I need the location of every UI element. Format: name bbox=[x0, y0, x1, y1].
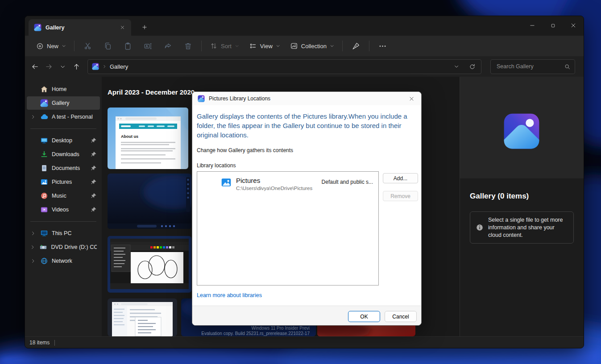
date-group-heading: April 2023 - December 2020 bbox=[108, 88, 195, 96]
pin-icon bbox=[91, 137, 97, 144]
library-locations-list[interactable]: Pictures C:\Users\divya\OneDrive\Picture… bbox=[197, 171, 379, 285]
expand-chevron[interactable] bbox=[29, 244, 36, 251]
minimize-icon bbox=[529, 22, 535, 29]
music-icon bbox=[40, 192, 48, 200]
home-icon bbox=[40, 85, 48, 93]
gallery-app-icon bbox=[92, 63, 99, 70]
sidebar-item-label: A test - Personal bbox=[52, 114, 93, 120]
photo-thumbnail-dark-desktop[interactable] bbox=[108, 174, 191, 229]
forward-arrow-icon bbox=[45, 63, 53, 70]
sidebar-item-onedrive[interactable]: A test - Personal bbox=[27, 110, 100, 124]
chevron-down-icon bbox=[276, 44, 280, 48]
sidebar-item-videos[interactable]: Videos bbox=[27, 203, 100, 216]
up-button[interactable] bbox=[70, 59, 83, 74]
sidebar-item-this-pc[interactable]: This PC bbox=[27, 227, 100, 240]
expand-chevron[interactable] bbox=[29, 257, 37, 265]
address-dropdown-button[interactable] bbox=[450, 60, 463, 73]
library-location-item-pictures[interactable]: Pictures C:\Users\divya\OneDrive\Picture… bbox=[197, 172, 378, 191]
expand-chevron[interactable] bbox=[29, 113, 37, 120]
library-locations-label: Library locations bbox=[197, 162, 236, 169]
thumbnail-caption: About us bbox=[121, 134, 138, 139]
sidebar-item-pictures[interactable]: Pictures bbox=[27, 175, 100, 189]
paste-button[interactable] bbox=[118, 39, 138, 54]
collection-button[interactable]: Collection bbox=[285, 39, 339, 53]
gallery-icon bbox=[40, 99, 48, 107]
recent-locations-button[interactable] bbox=[56, 59, 70, 74]
sidebar-separator bbox=[30, 221, 96, 222]
sidebar-item-label: Music bbox=[52, 193, 66, 199]
chevron-spacer bbox=[29, 151, 37, 158]
sidebar-item-gallery[interactable]: Gallery bbox=[27, 96, 100, 110]
cut-button[interactable] bbox=[78, 39, 98, 54]
search-box[interactable] bbox=[490, 59, 575, 74]
sidebar-item-label: Gallery bbox=[52, 100, 70, 106]
dialog-title: Pictures Library Locations bbox=[209, 95, 270, 102]
chevron-down-icon bbox=[454, 64, 459, 69]
library-path: C:\Users\divya\OneDrive\Pictures bbox=[236, 186, 312, 191]
sidebar-item-label: DVD Drive (D:) CCC bbox=[51, 244, 97, 250]
sidebar-item-label: Documents bbox=[52, 165, 80, 171]
minimize-button[interactable] bbox=[522, 16, 543, 35]
address-bar[interactable]: Gallery bbox=[87, 59, 481, 74]
close-icon bbox=[120, 25, 125, 30]
dialog-title-bar: Pictures Library Locations bbox=[192, 92, 421, 105]
remove-button[interactable]: Remove bbox=[383, 191, 418, 201]
close-window-button[interactable] bbox=[563, 16, 584, 35]
chevron-right-icon bbox=[102, 64, 107, 69]
close-icon bbox=[570, 22, 576, 29]
back-arrow-icon bbox=[31, 63, 39, 70]
learn-more-link[interactable]: Learn more about libraries bbox=[197, 292, 262, 298]
sidebar-item-home[interactable]: Home bbox=[27, 83, 100, 96]
forward-button[interactable] bbox=[42, 59, 56, 74]
maximize-button[interactable] bbox=[543, 16, 563, 35]
info-icon bbox=[476, 223, 484, 232]
chevron-spacer bbox=[29, 178, 37, 186]
tab-close-button[interactable] bbox=[117, 22, 128, 33]
chevron-right-icon bbox=[30, 244, 35, 250]
library-name: Pictures bbox=[236, 177, 312, 185]
sidebar-item-music[interactable]: Music bbox=[27, 189, 100, 203]
chevron-spacer bbox=[29, 86, 37, 93]
new-button[interactable]: New bbox=[31, 39, 71, 53]
dialog-close-button[interactable] bbox=[404, 93, 419, 104]
toolbar-separator bbox=[201, 41, 202, 51]
view-icon bbox=[249, 42, 257, 50]
search-input[interactable] bbox=[496, 63, 561, 70]
paste-icon bbox=[124, 42, 132, 50]
expand-chevron[interactable] bbox=[29, 230, 37, 237]
sidebar-item-network[interactable]: Network bbox=[27, 254, 100, 268]
photo-thumbnail-paint-app[interactable] bbox=[108, 236, 191, 293]
sidebar-item-label: Pictures bbox=[52, 179, 72, 185]
new-button-label: New bbox=[47, 43, 58, 50]
tab-gallery[interactable]: Gallery bbox=[29, 19, 131, 36]
new-tab-button[interactable] bbox=[139, 22, 150, 33]
refresh-button[interactable] bbox=[466, 60, 478, 73]
navigation-pane: Home Gallery A test - Personal Desktop bbox=[25, 77, 102, 336]
photo-thumbnail-file-explorer[interactable] bbox=[108, 298, 177, 336]
address-row: Gallery bbox=[25, 56, 584, 77]
add-button[interactable]: Add... bbox=[383, 173, 418, 183]
breadcrumb[interactable]: Gallery bbox=[110, 63, 128, 70]
sidebar-item-desktop[interactable]: Desktop bbox=[27, 134, 100, 147]
share-button[interactable] bbox=[158, 39, 178, 54]
dialog-subtext: Change how Gallery gathers its contents bbox=[197, 147, 293, 153]
rename-button[interactable] bbox=[138, 39, 158, 54]
pizza-button[interactable] bbox=[346, 39, 366, 54]
photo-thumbnail-webpage[interactable]: About us bbox=[108, 108, 188, 169]
see-more-button[interactable] bbox=[373, 39, 393, 54]
sidebar-item-dvd-drive[interactable]: DVD Drive (D:) CCC bbox=[27, 240, 100, 254]
delete-button[interactable] bbox=[178, 39, 198, 54]
view-button[interactable]: View bbox=[244, 39, 285, 53]
ok-button[interactable]: OK bbox=[348, 311, 380, 322]
sidebar-item-downloads[interactable]: Downloads bbox=[27, 148, 100, 161]
sort-button[interactable]: Sort bbox=[205, 39, 244, 53]
cancel-button[interactable]: Cancel bbox=[385, 311, 417, 322]
copy-button[interactable] bbox=[98, 39, 118, 54]
sidebar-item-documents[interactable]: Documents bbox=[27, 161, 100, 175]
sort-button-label: Sort bbox=[221, 43, 232, 50]
back-button[interactable] bbox=[28, 59, 42, 74]
toolbar-separator bbox=[342, 41, 343, 51]
chevron-spacer bbox=[29, 99, 37, 107]
maximize-icon bbox=[550, 23, 556, 29]
downloads-icon bbox=[40, 150, 48, 158]
